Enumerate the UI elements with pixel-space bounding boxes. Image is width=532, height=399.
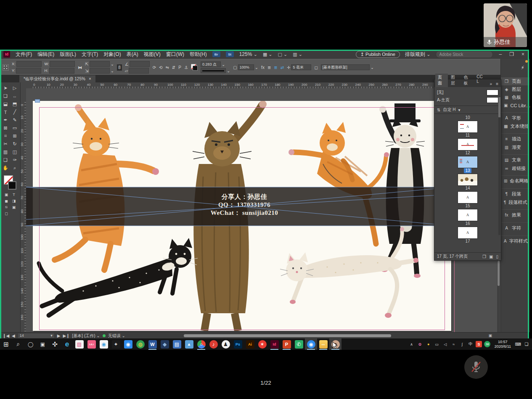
- direct-selection-tool[interactable]: ▷: [10, 84, 19, 92]
- close-button[interactable]: ×: [520, 51, 526, 57]
- gradient-feather-tool[interactable]: ◫: [10, 148, 19, 156]
- stock-button[interactable]: St: [226, 51, 234, 57]
- page-thumbnail[interactable]: A: [458, 209, 477, 221]
- screen-mode-dropdown[interactable]: ▢ ⌄: [278, 52, 288, 57]
- panel-gradient[interactable]: ▥ 渐变: [501, 143, 529, 151]
- scale-x-field[interactable]: [90, 61, 110, 67]
- tray-pink-app[interactable]: ✿: [416, 340, 424, 349]
- edge-browser[interactable]: e: [61, 338, 73, 350]
- camera-blue-app[interactable]: ◉: [122, 338, 134, 350]
- tool-option[interactable]: ◨: [10, 198, 18, 204]
- effects-icon[interactable]: fx: [261, 65, 265, 70]
- page-item[interactable]: A 13: [434, 156, 501, 173]
- note-tool[interactable]: ❑: [1, 156, 10, 164]
- spread-view-icon[interactable]: ▣: [488, 333, 492, 338]
- preflight-status[interactable]: 无错误 ⌄: [108, 333, 125, 339]
- pencil-tool[interactable]: ✎: [10, 116, 19, 124]
- restore-button[interactable]: ❐: [508, 51, 515, 57]
- touch-keyboard-icon[interactable]: ⌨: [514, 340, 522, 349]
- panel-layers[interactable]: ◈ 图层: [501, 85, 529, 93]
- panel-tab[interactable]: 色板: [461, 74, 474, 87]
- menu-file[interactable]: 文件(F): [16, 51, 32, 58]
- start-button[interactable]: ⊞: [0, 338, 12, 350]
- line-tool[interactable]: ╱: [10, 108, 19, 116]
- image-viewer-app[interactable]: ▲: [183, 338, 195, 350]
- webcam-tile[interactable]: 孙思佳: [484, 3, 527, 47]
- auto-fit-checkbox[interactable]: ⇄: [281, 65, 284, 70]
- page-thumbnail[interactable]: A: [458, 156, 477, 168]
- pinwheel-app[interactable]: ✣: [49, 338, 61, 350]
- notification-center-icon[interactable]: ❏: [523, 340, 530, 349]
- panel-tab[interactable]: 页面: [435, 74, 448, 87]
- panel-pages[interactable]: ❐ 页面: [501, 77, 529, 85]
- align-left-icon[interactable]: ≣: [267, 65, 271, 70]
- panel-menu-icon[interactable]: ≡: [494, 81, 500, 87]
- photo-app[interactable]: ▨: [73, 338, 85, 350]
- size-preset-row[interactable]: ⇅ 自定 H ▾: [434, 106, 501, 114]
- page-item[interactable]: A 15: [434, 192, 501, 209]
- stroke-swatch[interactable]: [193, 66, 198, 71]
- page-thumbnail[interactable]: A: [458, 227, 477, 238]
- tool-option[interactable]: ▣: [3, 191, 10, 198]
- scale-y-field[interactable]: [90, 68, 110, 74]
- document-tab[interactable]: *临毕业经验分享会.indd @ 125% ×: [19, 75, 95, 82]
- menu-table[interactable]: 表(A): [127, 51, 138, 58]
- tool-option[interactable]: ▣: [10, 204, 18, 210]
- tray-volume[interactable]: ◁: [442, 340, 449, 349]
- first-page-button[interactable]: ❙◀: [3, 333, 9, 338]
- menu-help[interactable]: 帮助(H): [190, 51, 207, 58]
- green-badge[interactable]: 38: [484, 340, 491, 349]
- tray-chevron-up[interactable]: ∧: [408, 340, 416, 349]
- photoshop[interactable]: Ps: [232, 338, 244, 350]
- page-item[interactable]: A 11: [434, 121, 501, 138]
- gradient-tool[interactable]: ▥: [1, 148, 10, 156]
- minimize-button[interactable]: –: [498, 51, 503, 57]
- grid-tool[interactable]: ⊞: [10, 132, 19, 140]
- rotation-angle-field[interactable]: [130, 61, 150, 67]
- previous-page-button[interactable]: ◀: [12, 333, 15, 338]
- panel-glyphs[interactable]: A 字形: [501, 112, 529, 122]
- page-item[interactable]: 14: [434, 174, 501, 191]
- ime-indicator[interactable]: 中: [467, 340, 474, 349]
- panel-articles[interactable]: ▤ 文章: [501, 154, 529, 164]
- panel-tab[interactable]: CC L: [474, 74, 487, 87]
- microphone-muted-button[interactable]: [464, 355, 488, 379]
- rotate-ccw-icon[interactable]: ⟲: [159, 65, 162, 70]
- pen-tool[interactable]: ✒: [1, 116, 10, 124]
- corner-options-icon[interactable]: ◻: [314, 65, 318, 70]
- tray-network[interactable]: ≈: [450, 340, 458, 349]
- publish-online-button[interactable]: ↥ Publish Online: [356, 51, 400, 58]
- y-position-field[interactable]: [16, 68, 41, 74]
- netease-music[interactable]: ♪: [207, 338, 220, 350]
- panel-character-styles[interactable]: A 字符样式: [501, 235, 529, 246]
- page-item[interactable]: A 12: [434, 139, 501, 156]
- navy-app[interactable]: ◆: [159, 338, 171, 350]
- adobe-stock-search-input[interactable]: [436, 51, 493, 58]
- hand-tool[interactable]: ✋: [1, 164, 10, 172]
- fit-content-icon[interactable]: ⚓: [184, 65, 188, 70]
- sogou-input[interactable]: S: [475, 340, 483, 349]
- panel-tab[interactable]: 图层: [448, 74, 461, 87]
- table-tool[interactable]: ⌗: [1, 132, 10, 140]
- corner-radius-field[interactable]: 5 毫米: [291, 64, 311, 70]
- panel-character[interactable]: A 字符: [501, 222, 529, 233]
- file-explorer[interactable]: ▬: [317, 338, 329, 350]
- stroke-style-dropdown[interactable]: [201, 68, 226, 73]
- opacity-field[interactable]: 100%: [238, 64, 254, 70]
- fill-stroke-widget[interactable]: [4, 175, 16, 190]
- panel-stroke[interactable]: ≡ 描边: [501, 133, 529, 143]
- globe-app[interactable]: ◍: [134, 338, 146, 350]
- tool-option[interactable]: ◻: [3, 210, 10, 217]
- claw-app[interactable]: ✦: [110, 338, 122, 350]
- page-thumbnail[interactable]: A: [458, 121, 477, 132]
- page-thumbnail[interactable]: A: [458, 139, 477, 150]
- page-item[interactable]: A 16: [434, 209, 501, 226]
- current-page-field[interactable]: 14▾: [18, 333, 55, 338]
- search-button[interactable]: ⌕: [12, 338, 24, 350]
- panel-paragraph[interactable]: ¶ 段落: [501, 188, 529, 198]
- qq[interactable]: ♟: [220, 338, 232, 350]
- height-field[interactable]: [49, 68, 74, 74]
- pages-panel-footer-icon[interactable]: ❐: [482, 254, 486, 259]
- stroke-weight-field[interactable]: 0.283 点: [201, 61, 221, 67]
- x-position-field[interactable]: [16, 61, 42, 67]
